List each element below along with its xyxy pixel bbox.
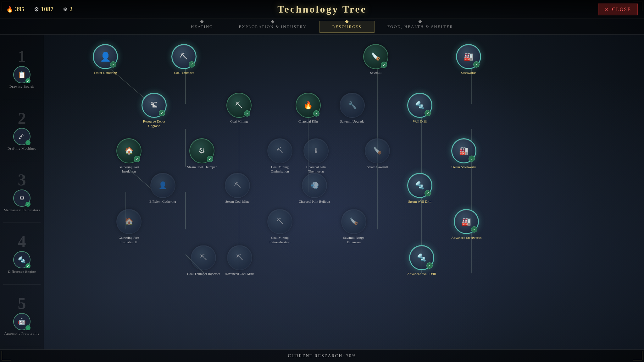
- tier-2-icon: 🖊 ✓: [13, 128, 31, 145]
- research-progress: CURRENT RESEARCH: 70%: [288, 354, 356, 359]
- tier-4-label: Difference Engine: [8, 270, 36, 273]
- node-sawmill-upgrade-circle: 🔧: [340, 93, 365, 118]
- node-resource-depot[interactable]: 🏗 ✓ Resource Depot Upgrade: [137, 93, 171, 128]
- node-scm-circle: ⛏: [225, 173, 250, 198]
- node-gpi2-circle: 🏠: [116, 209, 142, 234]
- node-gpi2-label: Gathering Post Insulation II: [112, 235, 146, 244]
- tier-4: 4 🔩 ✓ Difference Engine: [3, 223, 41, 284]
- node-wall-drill[interactable]: 🔩 ✓ Wall Drill: [407, 93, 432, 123]
- snow-icon: ❄: [63, 6, 68, 13]
- tab-resources[interactable]: RESOURCES: [319, 21, 375, 33]
- resource-snow: ❄ 2: [63, 6, 73, 13]
- corner-bl: [2, 351, 11, 360]
- node-acm-circle: ⛏: [227, 245, 252, 270]
- fire-icon: 🔥: [6, 6, 13, 13]
- node-gpi-circle: 🏠 ✓: [116, 138, 142, 163]
- node-steelworks-circle: 🏭 ✓: [456, 44, 481, 69]
- node-sct-circle: ⚙ ✓: [189, 138, 214, 163]
- node-coal-mining[interactable]: ⛏ ✓ Coal Mining: [226, 93, 252, 123]
- node-resource-depot-label: Resource Depot Upgrade: [137, 119, 171, 128]
- node-coal-mining-circle: ⛏ ✓: [226, 93, 252, 118]
- tab-heating[interactable]: HEATING: [178, 21, 226, 33]
- node-coal-thumper[interactable]: ⛏ ✓ Coal Thumper: [171, 44, 197, 75]
- node-coal-thumper-label: Coal Thumper: [174, 70, 194, 75]
- tier-2-label: Drafting Machines: [8, 146, 36, 150]
- node-coal-mining-ration[interactable]: ⛏ Coal Mining Rationalisation: [263, 209, 297, 244]
- content-area: 1 📋 ✓ Drawing Boards 2 🖊 ✓ Drafting Mach…: [0, 35, 644, 349]
- bottom-bar: CURRENT RESEARCH: 70%: [0, 349, 644, 362]
- node-charcoal-kiln[interactable]: 🔥 ✓ Charcoal Kiln: [296, 93, 321, 123]
- snow-value: 2: [69, 6, 73, 13]
- node-eg-label: Efficient Gathering: [149, 199, 176, 204]
- node-charcoal-kiln-bellows[interactable]: 💨 Charcoal Kiln Bellows: [299, 173, 330, 204]
- node-charcoal-kiln-label: Charcoal Kiln: [298, 119, 318, 123]
- node-steam-steelworks[interactable]: 🏭 ✓ Steam Steelworks: [451, 138, 476, 169]
- tier-5-label: Automatic Prototyping: [4, 332, 40, 335]
- node-sawmill-upgrade[interactable]: 🔧 Sawmill Upgrade: [340, 93, 365, 123]
- close-button[interactable]: ✕ CLOSE: [598, 3, 638, 15]
- node-faster-gathering-circle: 👤 ✓: [93, 44, 118, 69]
- node-advanced-wall-drill[interactable]: 🔩 ✓ Advanced Wall Drill: [407, 245, 436, 276]
- node-efficient-gathering[interactable]: 👤 Efficient Gathering: [149, 173, 176, 204]
- tab-food[interactable]: FOOD, HEALTH & SHELTER: [375, 21, 466, 33]
- tier-3: 3 ⚙ ✓ Mechanical Calculators: [3, 161, 41, 223]
- tab-exploration[interactable]: EXPLORATION & INDUSTRY: [226, 21, 319, 33]
- node-sre-label: Sawmill Range Extension: [336, 235, 371, 244]
- node-sstw-label: Steam Steelworks: [451, 165, 476, 169]
- node-sct-label: Steam Coal Thumper: [187, 165, 217, 169]
- node-awd-label: Advanced Wall Drill: [407, 272, 436, 276]
- node-advanced-coal-mine[interactable]: ⛏ Advanced Coal Mine: [225, 245, 254, 276]
- title-area: Technology Tree: [277, 3, 367, 15]
- tier-1-icon: 📋 ✓: [13, 66, 31, 83]
- tier-5-icon: 🤖 ✓: [13, 313, 31, 330]
- node-coal-mining-opt[interactable]: ⛏ Coal Mining Optimisation: [263, 138, 297, 174]
- node-coal-thumper-injectors[interactable]: ⛏ Coal Thumper Injectors: [187, 245, 220, 276]
- tier-3-icon: ⚙ ✓: [13, 189, 31, 207]
- tier-2: 2 🖊 ✓ Drafting Machines: [3, 99, 41, 161]
- node-resource-depot-circle: 🏗 ✓: [142, 93, 167, 118]
- node-wall-drill-circle: 🔩 ✓: [407, 93, 432, 118]
- node-ss-label: Steam Sawmill: [367, 165, 388, 169]
- node-faster-gathering-label: Faster Gathering: [94, 70, 117, 75]
- node-gpi2[interactable]: 🏠 Gathering Post Insulation II: [112, 209, 146, 244]
- node-sawmill-label: Sawmill: [370, 70, 382, 75]
- corner-br: [633, 351, 642, 360]
- tier-1: 1 📋 ✓ Drawing Boards: [3, 38, 41, 99]
- node-scm-label: Steam Coal Mine: [225, 199, 250, 204]
- node-coal-mining-label: Coal Mining: [230, 119, 248, 123]
- top-bar: 🔥 395 ⚙ 1087 ❄ 2 Technology Tree ✕ CLOSE: [0, 0, 644, 19]
- close-x-icon: ✕: [605, 6, 609, 12]
- node-sstw-circle: 🏭 ✓: [451, 138, 476, 163]
- node-as-circle: 🏭 ✓: [454, 209, 479, 234]
- node-gpi-label: Gathering Post Insulation: [112, 165, 146, 174]
- node-charcoal-kiln-thermo[interactable]: 🌡 Charcoal Kiln Thermostat: [299, 138, 333, 174]
- connections-svg: [44, 35, 644, 349]
- node-ckt-circle: 🌡: [303, 138, 329, 163]
- tier-sidebar: 1 📋 ✓ Drawing Boards 2 🖊 ✓ Drafting Mach…: [0, 35, 44, 349]
- node-steam-coal-mine[interactable]: ⛏ Steam Coal Mine: [225, 173, 250, 204]
- node-steam-wall-drill[interactable]: 🔩 ✓ Steam Wall Drill: [407, 173, 432, 204]
- node-advanced-steelworks[interactable]: 🏭 ✓ Advanced Steelworks: [451, 209, 481, 240]
- gear-value: 1087: [41, 6, 53, 13]
- node-faster-gathering[interactable]: 👤 ✓ Faster Gathering: [93, 44, 118, 75]
- node-cti-label: Coal Thumper Injectors: [187, 272, 220, 276]
- node-cmo-circle: ⛏: [267, 138, 292, 163]
- tier-3-label: Mechanical Calculators: [4, 208, 40, 212]
- close-label: CLOSE: [612, 7, 631, 12]
- node-gathering-post-insulation[interactable]: 🏠 ✓ Gathering Post Insulation: [112, 138, 146, 174]
- node-ckb-label: Charcoal Kiln Bellows: [299, 199, 330, 204]
- fire-value: 395: [15, 6, 25, 13]
- gear-icon: ⚙: [34, 6, 39, 13]
- node-steam-coal-thumper[interactable]: ⚙ ✓ Steam Coal Thumper: [187, 138, 217, 169]
- node-sre-circle: 🪚: [341, 209, 366, 234]
- node-cmr-label: Coal Mining Rationalisation: [263, 235, 297, 244]
- node-ckt-label: Charcoal Kiln Thermostat: [299, 165, 333, 174]
- node-sawmill-range[interactable]: 🪚 Sawmill Range Extension: [336, 209, 371, 244]
- node-coal-thumper-circle: ⛏ ✓: [171, 44, 197, 69]
- node-sawmill[interactable]: 🪚 ✓ Sawmill: [363, 44, 388, 75]
- node-steelworks[interactable]: 🏭 ✓ Steelworks: [456, 44, 481, 75]
- resource-fire: 🔥 395: [6, 6, 25, 13]
- page-title: Technology Tree: [277, 3, 367, 15]
- node-steam-sawmill[interactable]: 🪚 Steam Sawmill: [365, 138, 390, 169]
- node-acm-label: Advanced Coal Mine: [225, 272, 254, 276]
